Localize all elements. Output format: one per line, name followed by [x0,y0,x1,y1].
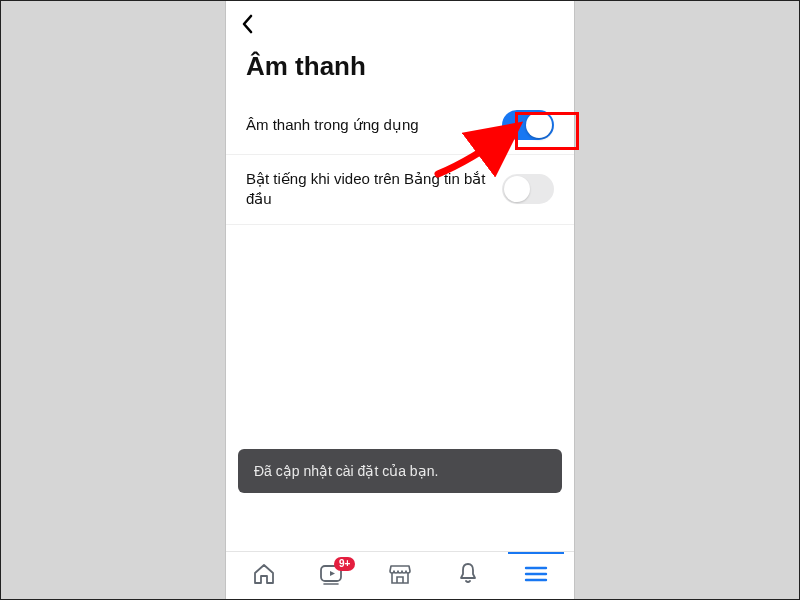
toggle-in-app-sound[interactable] [502,110,554,140]
nav-menu[interactable] [508,552,564,598]
back-icon[interactable] [240,14,256,34]
marketplace-icon [387,561,413,591]
toast-notification: Đã cập nhật cài đặt của bạn. [238,449,562,493]
nav-watch-badge: 9+ [334,557,355,571]
nav-watch[interactable]: 9+ [304,553,360,599]
toast-message: Đã cập nhật cài đặt của bạn. [254,463,438,479]
toggle-feed-video-sound[interactable] [502,174,554,204]
nav-home[interactable] [236,553,292,599]
bell-icon [456,561,480,591]
setting-row-feed-video-sound: Bật tiếng khi video trên Bảng tin bắt đầ… [226,155,574,225]
setting-label: Âm thanh trong ứng dụng [246,115,419,135]
content-area: Âm thanh trong ứng dụng Bật tiếng khi vi… [226,96,574,551]
nav-marketplace[interactable] [372,553,428,599]
toggle-knob [526,112,552,138]
setting-row-in-app-sound: Âm thanh trong ứng dụng [226,96,574,155]
menu-icon [523,564,549,588]
page-title: Âm thanh [226,47,574,96]
bottom-navbar: 9+ [226,551,574,599]
home-icon [251,561,277,591]
setting-label: Bật tiếng khi video trên Bảng tin bắt đầ… [246,169,486,210]
header-bar [226,1,574,47]
toggle-knob [504,176,530,202]
phone-screen: Âm thanh Âm thanh trong ứng dụng Bật tiế… [225,1,575,599]
nav-notifications[interactable] [440,553,496,599]
